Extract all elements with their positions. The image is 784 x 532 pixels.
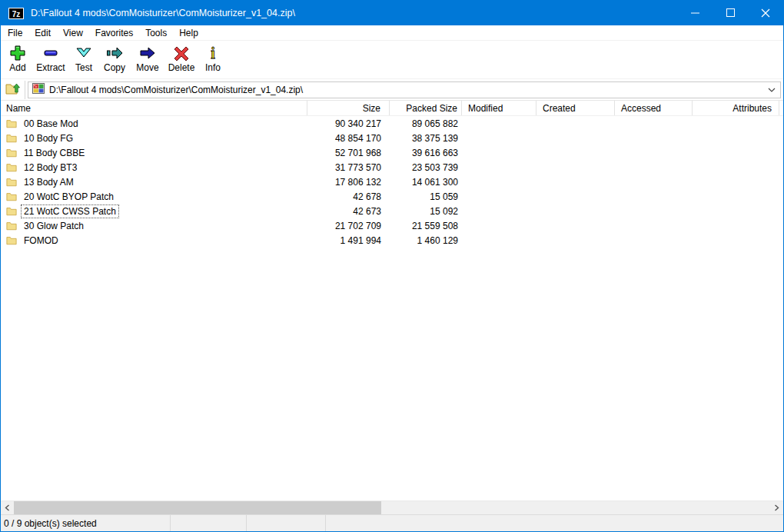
table-row[interactable]: FOMOD 1 491 994 1 460 129 xyxy=(1,233,783,248)
column-header-row: Name Size Packed Size Modified Created A… xyxy=(1,101,783,116)
file-name: 00 Base Mod xyxy=(21,117,81,131)
column-header-name[interactable]: Name xyxy=(1,101,307,115)
file-size: 90 340 217 xyxy=(307,118,390,129)
info-button[interactable]: i Info xyxy=(199,42,227,78)
column-header-accessed[interactable]: Accessed xyxy=(615,101,693,115)
folder-icon xyxy=(6,221,17,231)
file-packed-size: 1 460 129 xyxy=(390,235,462,246)
file-name: 10 Body FG xyxy=(21,131,76,145)
address-combobox[interactable]: D:\Fallout 4 mods\ComMoisturizer\ComMois… xyxy=(28,81,781,98)
table-row[interactable]: 11 Body CBBE 52 701 968 39 616 663 xyxy=(1,145,783,160)
file-name: 13 Body AM xyxy=(21,175,77,189)
file-size: 42 673 xyxy=(307,206,390,217)
maximize-button[interactable] xyxy=(713,1,748,25)
close-icon xyxy=(748,1,783,25)
titlebar[interactable]: 7z D:\Fallout 4 mods\ComMoisturizer\ComM… xyxy=(1,1,783,25)
file-size: 17 806 132 xyxy=(307,177,390,188)
file-size: 1 491 994 xyxy=(307,235,390,246)
delete-x-icon xyxy=(173,44,190,62)
menu-file[interactable]: File xyxy=(2,25,28,41)
add-button[interactable]: Add xyxy=(4,42,32,78)
folder-icon xyxy=(6,133,17,143)
folder-icon xyxy=(6,148,17,158)
folder-icon xyxy=(6,177,17,187)
table-row[interactable]: 20 WotC BYOP Patch 42 678 15 059 xyxy=(1,189,783,204)
column-header-modified[interactable]: Modified xyxy=(462,101,537,115)
close-button[interactable] xyxy=(748,1,783,25)
minimize-icon xyxy=(677,1,713,25)
horizontal-scrollbar[interactable] xyxy=(1,500,783,514)
file-size: 48 854 170 xyxy=(307,133,390,144)
toolbar: Add Extract Test xyxy=(1,41,783,79)
folder-up-icon xyxy=(5,81,21,98)
table-row[interactable]: 10 Body FG 48 854 170 38 375 139 xyxy=(1,131,783,145)
toolbar-button-label: Delete xyxy=(168,62,195,73)
status-selection: 0 / 9 object(s) selected xyxy=(1,515,171,531)
table-row[interactable]: 00 Base Mod 90 340 217 89 065 882 xyxy=(1,116,783,131)
file-packed-size: 23 503 739 xyxy=(390,162,462,173)
column-header-size[interactable]: Size xyxy=(307,101,390,115)
test-button[interactable]: Test xyxy=(70,42,98,78)
toolbar-band-separator xyxy=(25,81,25,99)
folder-icon xyxy=(6,235,17,245)
table-row[interactable]: 13 Body AM 17 806 132 14 061 300 xyxy=(1,175,783,189)
menu-favorites[interactable]: Favorites xyxy=(89,25,139,41)
column-header-created[interactable]: Created xyxy=(537,101,615,115)
status-pane xyxy=(247,515,326,531)
file-size: 52 701 968 xyxy=(307,148,390,158)
menu-view[interactable]: View xyxy=(57,25,89,41)
column-header-attributes[interactable]: Attributes xyxy=(693,101,779,115)
column-header-packed-size[interactable]: Packed Size xyxy=(390,101,462,115)
extract-button[interactable]: Extract xyxy=(32,42,70,78)
info-i-icon: i xyxy=(204,44,221,62)
toolbar-button-label: Move xyxy=(136,62,158,73)
address-path: D:\Fallout 4 mods\ComMoisturizer\ComMois… xyxy=(49,85,766,95)
file-name: 11 Body CBBE xyxy=(21,146,88,160)
chevron-down-icon[interactable] xyxy=(766,88,777,92)
address-bar: D:\Fallout 4 mods\ComMoisturizer\ComMois… xyxy=(1,79,783,101)
7zip-app-icon: 7z xyxy=(8,8,24,19)
move-arrow-icon xyxy=(139,44,156,62)
file-size: 31 773 570 xyxy=(307,162,390,173)
extract-minus-icon xyxy=(42,44,59,62)
svg-text:i: i xyxy=(211,45,215,61)
scrollbar-thumb[interactable] xyxy=(14,501,381,514)
status-pane xyxy=(326,515,783,531)
scroll-left-arrow[interactable] xyxy=(1,501,14,514)
scroll-right-arrow[interactable] xyxy=(770,501,783,514)
table-row[interactable]: 30 Glow Patch 21 702 709 21 559 508 xyxy=(1,218,783,233)
test-check-icon xyxy=(75,44,92,62)
toolbar-button-label: Info xyxy=(205,62,221,73)
copy-arrow-icon xyxy=(106,44,124,62)
file-packed-size: 15 092 xyxy=(390,206,462,217)
up-one-level-button[interactable] xyxy=(3,81,23,99)
menu-edit[interactable]: Edit xyxy=(28,25,57,41)
toolbar-button-label: Add xyxy=(9,62,25,73)
archive-file-icon xyxy=(32,83,45,96)
table-row[interactable]: 12 Body BT3 31 773 570 23 503 739 xyxy=(1,160,783,175)
status-bar: 0 / 9 object(s) selected xyxy=(1,514,783,531)
minimize-button[interactable] xyxy=(677,1,713,25)
file-size: 21 702 709 xyxy=(307,221,390,231)
file-packed-size: 14 061 300 xyxy=(390,177,462,188)
file-packed-size: 89 065 882 xyxy=(390,118,462,129)
menu-help[interactable]: Help xyxy=(173,25,204,41)
folder-icon xyxy=(6,162,17,172)
move-button[interactable]: Move xyxy=(131,42,164,78)
file-name: 20 WotC BYOP Patch xyxy=(21,190,117,204)
delete-button[interactable]: Delete xyxy=(164,42,199,78)
file-name: 30 Glow Patch xyxy=(21,219,87,233)
menubar: File Edit View Favorites Tools Help xyxy=(1,25,783,41)
folder-icon xyxy=(6,118,17,128)
copy-button[interactable]: Copy xyxy=(98,42,131,78)
file-packed-size: 15 059 xyxy=(390,191,462,202)
file-name: 12 Body BT3 xyxy=(21,161,80,175)
table-row-focused[interactable]: 21 WotC CWSS Patch 42 673 15 092 xyxy=(1,204,783,218)
menu-tools[interactable]: Tools xyxy=(139,25,173,41)
file-rows: 00 Base Mod 90 340 217 89 065 882 10 Bod… xyxy=(1,116,783,500)
add-plus-icon xyxy=(9,44,26,62)
file-name: 21 WotC CWSS Patch xyxy=(21,204,119,218)
folder-icon xyxy=(6,206,17,216)
toolbar-button-label: Extract xyxy=(36,62,65,73)
window-title: D:\Fallout 4 mods\ComMoisturizer\ComMois… xyxy=(31,8,677,18)
